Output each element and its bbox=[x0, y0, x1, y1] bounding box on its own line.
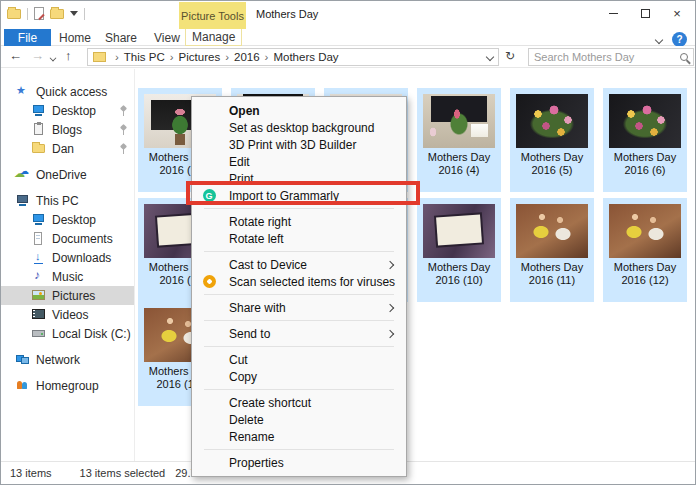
menu-item-delete[interactable]: Delete bbox=[194, 411, 404, 428]
breadcrumb[interactable]: ›This PC›Pictures›2016›Mothers Day bbox=[87, 48, 499, 66]
sidebar-item-label: Local Disk (C:) bbox=[52, 327, 131, 341]
sidebar-item-onedrive[interactable]: OneDrive bbox=[1, 165, 134, 184]
window-title: Mothers Day bbox=[256, 8, 318, 20]
menu-item-properties[interactable]: Properties bbox=[194, 454, 404, 471]
minimize-button[interactable] bbox=[597, 1, 629, 25]
file-tile-mothers-day-2016-11[interactable]: Mothers Day 2016 (11) bbox=[510, 198, 594, 302]
window-controls: × bbox=[597, 1, 693, 25]
selected-count: 13 items selected bbox=[80, 467, 166, 479]
new-folder-icon[interactable] bbox=[50, 9, 64, 19]
homegroup-icon bbox=[15, 379, 30, 392]
menu-item-rotate-right[interactable]: Rotate right bbox=[194, 213, 404, 230]
sidebar-item-label: Pictures bbox=[52, 289, 95, 303]
forward-icon[interactable]: → bbox=[31, 49, 44, 62]
menu-separator bbox=[204, 389, 394, 390]
tab-home[interactable]: Home bbox=[53, 29, 97, 46]
help-icon[interactable] bbox=[672, 32, 687, 47]
sidebar-item-quick-access[interactable]: Quick access bbox=[1, 82, 134, 101]
music-icon bbox=[31, 270, 46, 283]
print-highlight-annotation bbox=[186, 181, 420, 205]
drive-icon bbox=[31, 327, 46, 340]
sidebar-item-dan[interactable]: Dan bbox=[1, 139, 134, 158]
item-count: 13 items bbox=[10, 467, 52, 479]
menu-item-scan-selected-items-for-viruses[interactable]: Scan selected items for viruses bbox=[194, 273, 404, 290]
menu-item-send-to[interactable]: Send to bbox=[194, 325, 404, 342]
submenu-arrow-icon bbox=[386, 260, 394, 268]
toolbar-divider bbox=[84, 8, 85, 20]
menu-item-cast-to-device[interactable]: Cast to Device bbox=[194, 256, 404, 273]
back-icon[interactable]: ← bbox=[9, 49, 22, 62]
sidebar-item-homegroup[interactable]: Homegroup bbox=[1, 376, 134, 395]
file-thumbnail bbox=[516, 94, 588, 148]
breadcrumb-segment-2016[interactable]: 2016 bbox=[234, 51, 260, 63]
menu-item-rotate-left[interactable]: Rotate left bbox=[194, 230, 404, 247]
pin-icon bbox=[119, 144, 127, 154]
ribbon-right-controls bbox=[656, 32, 687, 47]
sidebar-item-network[interactable]: Network bbox=[1, 350, 134, 369]
menu-item-open[interactable]: Open bbox=[194, 102, 404, 119]
virus-scan-icon bbox=[203, 275, 216, 288]
address-dropdown-icon[interactable] bbox=[486, 53, 494, 61]
search-input[interactable] bbox=[534, 51, 680, 63]
recent-locations-icon[interactable] bbox=[50, 55, 57, 62]
file-tile-mothers-day-2016-6[interactable]: Mothers Day 2016 (6) bbox=[603, 88, 687, 192]
sidebar-item-pictures[interactable]: Pictures bbox=[1, 286, 134, 305]
picture-tools-contextual-tab: Picture Tools bbox=[179, 2, 246, 29]
tab-share[interactable]: Share bbox=[99, 29, 143, 46]
tab-file[interactable]: File bbox=[4, 29, 51, 46]
breadcrumb-separator: › bbox=[165, 51, 179, 63]
sidebar-item-label: Documents bbox=[52, 232, 113, 246]
file-tile-mothers-day-2016-10[interactable]: Mothers Day 2016 (10) bbox=[417, 198, 501, 302]
sidebar-item-desktop[interactable]: Desktop bbox=[1, 101, 134, 120]
breadcrumb-segment-this-pc[interactable]: This PC bbox=[124, 51, 165, 63]
file-tile-mothers-day-2016-5[interactable]: Mothers Day 2016 (5) bbox=[510, 88, 594, 192]
tab-view[interactable]: View bbox=[148, 29, 186, 46]
sidebar-item-desktop[interactable]: Desktop bbox=[1, 210, 134, 229]
pin-icon bbox=[119, 125, 127, 135]
sidebar-item-blogs[interactable]: Blogs bbox=[1, 120, 134, 139]
breadcrumb-separator: › bbox=[110, 51, 124, 63]
file-thumbnail bbox=[423, 204, 495, 258]
menu-item-set-as-desktop-background[interactable]: Set as desktop background bbox=[194, 119, 404, 136]
breadcrumb-separator: › bbox=[220, 51, 234, 63]
sidebar-item-downloads[interactable]: Downloads bbox=[1, 248, 134, 267]
menu-item-cut[interactable]: Cut bbox=[194, 351, 404, 368]
file-explorer-window: Picture Tools Mothers Day × FileHomeShar… bbox=[0, 0, 696, 485]
file-tile-mothers-day-2016-4[interactable]: Mothers Day 2016 (4) bbox=[417, 88, 501, 192]
maximize-button[interactable] bbox=[629, 1, 661, 25]
context-menu: Open Set as desktop background 3D Print … bbox=[191, 96, 407, 477]
file-label: Mothers Day 2016 (10) bbox=[417, 261, 501, 287]
menu-item-create-shortcut[interactable]: Create shortcut bbox=[194, 394, 404, 411]
breadcrumb-segment-pictures[interactable]: Pictures bbox=[179, 51, 221, 63]
star-icon bbox=[15, 85, 30, 98]
dropdown-arrow-icon[interactable] bbox=[70, 11, 78, 16]
search-icon[interactable] bbox=[680, 53, 688, 61]
menu-item-copy[interactable]: Copy bbox=[194, 368, 404, 385]
file-thumbnail bbox=[516, 204, 588, 258]
sidebar-item-documents[interactable]: Documents bbox=[1, 229, 134, 248]
menu-item-3d-print-with-3d-builder[interactable]: 3D Print with 3D Builder bbox=[194, 136, 404, 153]
breadcrumb-segment-mothers-day[interactable]: Mothers Day bbox=[273, 51, 338, 63]
tab-manage[interactable]: Manage bbox=[185, 29, 242, 46]
page-edit-icon[interactable] bbox=[34, 7, 44, 20]
menu-item-share-with[interactable]: Share with bbox=[194, 299, 404, 316]
up-icon[interactable]: ↑ bbox=[65, 49, 72, 62]
close-button[interactable]: × bbox=[661, 1, 693, 25]
menu-item-rename[interactable]: Rename bbox=[194, 428, 404, 445]
refresh-icon[interactable]: ↻ bbox=[505, 50, 515, 62]
videos-icon bbox=[31, 308, 46, 321]
file-tile-mothers-day-2016-12[interactable]: Mothers Day 2016 (12) bbox=[603, 198, 687, 302]
sidebar-item-local-disk-c[interactable]: Local Disk (C:) bbox=[1, 324, 134, 343]
collapse-ribbon-icon[interactable] bbox=[655, 35, 663, 43]
file-label: Mothers Day 2016 (12) bbox=[603, 261, 687, 287]
pin-icon bbox=[119, 106, 127, 116]
sidebar-item-label: This PC bbox=[36, 194, 79, 208]
sidebar-item-this-pc[interactable]: This PC bbox=[1, 191, 134, 210]
folder-icon[interactable] bbox=[7, 9, 21, 19]
ribbon-tabs: FileHomeShareViewManage bbox=[1, 29, 695, 46]
sidebar-item-music[interactable]: Music bbox=[1, 267, 134, 286]
menu-item-edit[interactable]: Edit bbox=[194, 153, 404, 170]
menu-separator bbox=[204, 208, 394, 209]
network-icon bbox=[15, 353, 30, 366]
sidebar-item-videos[interactable]: Videos bbox=[1, 305, 134, 324]
